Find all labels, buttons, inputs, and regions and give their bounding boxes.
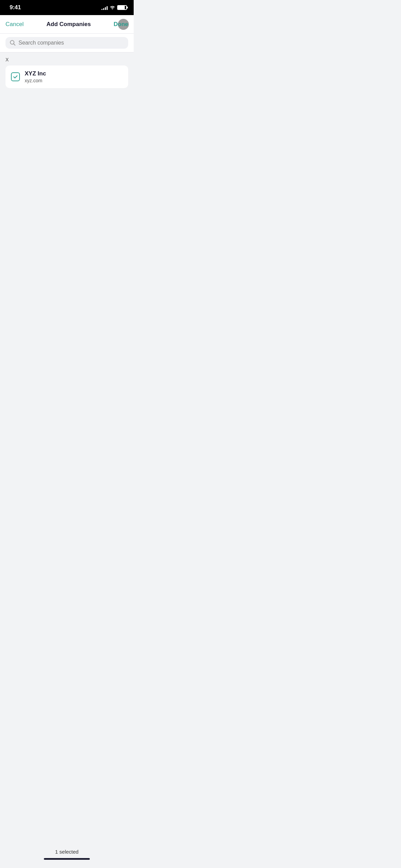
company-item[interactable]: XYZ Inc xyz.com — [5, 65, 128, 88]
nav-header: Cancel Add Companies Done — [0, 15, 134, 34]
done-button[interactable]: Done — [113, 20, 128, 29]
search-icon — [10, 40, 16, 46]
company-info: XYZ Inc xyz.com — [25, 70, 46, 83]
section-label: X — [5, 57, 9, 62]
company-checkbox[interactable] — [11, 72, 20, 81]
checkmark-icon — [13, 74, 18, 80]
svg-line-1 — [14, 44, 15, 46]
signal-icon — [101, 5, 108, 10]
wifi-icon — [110, 5, 115, 10]
status-icons — [101, 5, 127, 10]
search-wrapper — [5, 37, 128, 49]
status-bar: 9:41 — [0, 0, 134, 15]
company-name: XYZ Inc — [25, 70, 46, 77]
section-x: X — [0, 52, 134, 65]
battery-icon — [117, 5, 127, 10]
page-title: Add Companies — [47, 21, 91, 28]
status-time: 9:41 — [10, 4, 21, 11]
cancel-button[interactable]: Cancel — [5, 20, 24, 29]
search-container — [0, 34, 134, 52]
done-label: Done — [113, 21, 128, 27]
search-input[interactable] — [19, 40, 124, 46]
company-list: XYZ Inc xyz.com — [0, 65, 134, 88]
content-area — [0, 88, 134, 225]
company-domain: xyz.com — [25, 78, 46, 83]
